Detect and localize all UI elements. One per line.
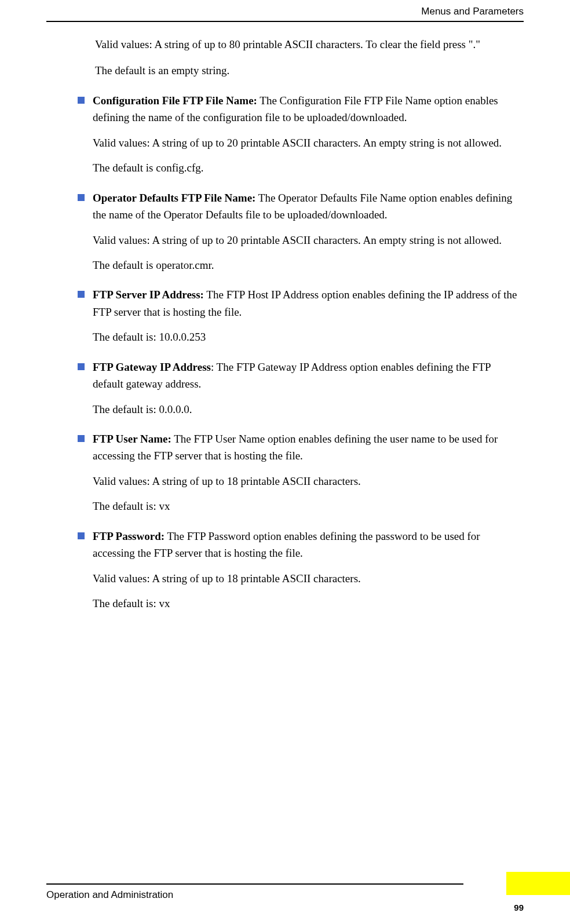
bullet-square-icon xyxy=(78,532,85,539)
item-title: FTP Server IP Address: xyxy=(93,288,204,301)
bullet-square-icon xyxy=(78,291,85,298)
item-title: Operator Defaults FTP File Name: xyxy=(93,192,255,204)
item-sub: The default is operator.cmr. xyxy=(93,257,524,273)
item-title: FTP User Name: xyxy=(93,433,171,445)
bullet-square-icon xyxy=(78,97,85,104)
item-title: FTP Gateway IP Address xyxy=(93,361,211,373)
item-sub: The default is config.cfg. xyxy=(93,159,524,176)
header-section-title: Menus and Parameters xyxy=(46,6,524,17)
bullet-square-icon xyxy=(78,435,85,442)
item-title: Configuration File FTP File Name: xyxy=(93,94,257,107)
item-sub: The default is: vx xyxy=(93,595,524,612)
bullet-square-icon xyxy=(78,363,85,370)
bullet-square-icon xyxy=(78,194,85,201)
list-item: FTP User Name: The FTP User Name option … xyxy=(93,430,524,465)
page-content: Valid values: A string of up to 80 print… xyxy=(93,36,524,620)
list-item: FTP Password: The FTP Password option en… xyxy=(93,528,524,562)
item-sub: Valid values: A string of up to 18 print… xyxy=(93,473,524,490)
item-sub: Valid values: A string of up to 18 print… xyxy=(93,570,524,587)
item-sub: The default is: 0.0.0.0. xyxy=(93,401,524,418)
footer-rule xyxy=(46,883,463,885)
header-rule xyxy=(46,21,524,22)
item-sub: The default is: 10.0.0.253 xyxy=(93,328,524,345)
list-item: FTP Server IP Address: The FTP Host IP A… xyxy=(93,286,524,320)
intro-default: The default is an empty string. xyxy=(95,62,524,79)
intro-valid-values: Valid values: A string of up to 80 print… xyxy=(95,36,524,53)
list-item: Configuration File FTP File Name: The Co… xyxy=(93,92,524,126)
list-item: FTP Gateway IP Address: The FTP Gateway … xyxy=(93,359,524,393)
item-sub: Valid values: A string of up to 20 print… xyxy=(93,232,524,249)
item-sub: The default is: vx xyxy=(93,498,524,514)
page-number: 99 xyxy=(514,903,524,912)
footer-text: Operation and Administration xyxy=(46,889,524,901)
item-title: FTP Password: xyxy=(93,530,165,542)
page-header: Menus and Parameters xyxy=(46,6,524,22)
item-sub: Valid values: A string of up to 20 print… xyxy=(93,134,524,151)
list-item: Operator Defaults FTP File Name: The Ope… xyxy=(93,189,524,224)
page-footer: Operation and Administration xyxy=(46,883,524,901)
